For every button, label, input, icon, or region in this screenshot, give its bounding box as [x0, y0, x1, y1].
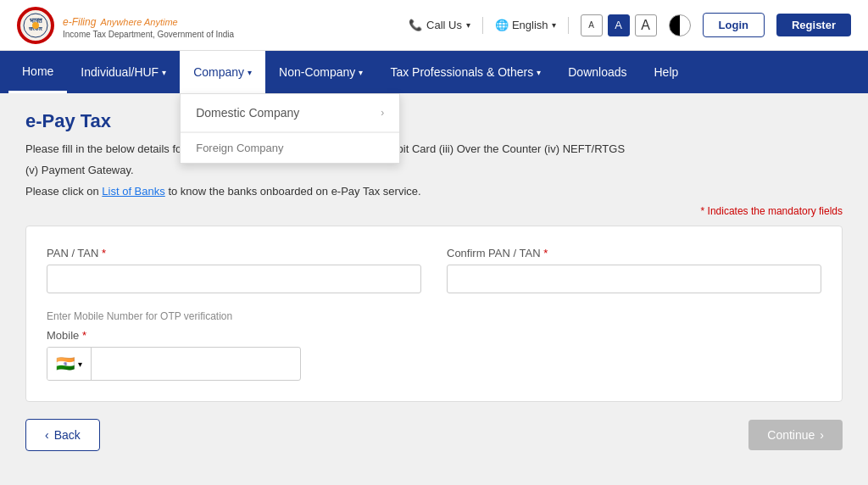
nav-individual-label: Individual/HUF — [81, 65, 159, 79]
tax-professionals-chevron-icon: ▾ — [537, 68, 541, 77]
nav-individual[interactable]: Individual/HUF ▾ — [67, 51, 180, 93]
mandatory-note: * Indicates the mandatory fields — [25, 205, 843, 217]
phone-icon: 📞 — [409, 19, 422, 31]
desc3-end-text: to know the banks onboarded on e-Pay Tax… — [168, 185, 420, 198]
dropdown-foreign-company[interactable]: Foreign Company — [181, 132, 399, 163]
emblem-logo: भारत सरकार — [17, 7, 54, 44]
confirm-pan-required-star: * — [543, 247, 548, 259]
nav-tax-professionals[interactable]: Tax Professionals & Others ▾ — [376, 51, 554, 93]
svg-point-4 — [32, 22, 39, 29]
continue-label: Continue — [767, 428, 815, 442]
list-of-banks-link[interactable]: List of Banks — [102, 185, 164, 198]
mobile-label-text: Mobile — [47, 329, 79, 342]
main-content: e-Pay Tax Please fill in the below detai… — [0, 93, 868, 485]
logo-text: e-Filing Anywhere Anytime Income Tax Dep… — [63, 12, 234, 39]
nav-company[interactable]: Company ▾ Domestic Company › Foreign Com… — [180, 51, 265, 93]
language-selector[interactable]: 🌐 English ▾ — [495, 19, 556, 31]
tagline-label: Anywhere Anytime — [100, 17, 177, 27]
dept-label: Income Tax Department, Government of Ind… — [63, 30, 234, 39]
mobile-label-row: Mobile * — [47, 329, 821, 342]
font-medium-button[interactable]: A — [608, 14, 630, 36]
main-nav: Home Individual/HUF ▾ Company ▾ Domestic… — [0, 51, 868, 93]
divider-2 — [568, 17, 569, 34]
desc2-text: (v) Payment Gateway. — [25, 164, 134, 176]
lang-chevron-icon: ▾ — [552, 20, 556, 30]
nav-non-company[interactable]: Non-Company ▾ — [265, 51, 376, 93]
font-small-button[interactable]: A — [581, 14, 603, 36]
pan-row: PAN / TAN * Confirm PAN / TAN * — [47, 247, 821, 293]
logo-efiling-text: e-Filing Anywhere Anytime — [63, 12, 234, 30]
desc3-text: Please click on — [25, 185, 102, 198]
back-label: Back — [54, 428, 81, 442]
mobile-flag-selector[interactable]: 🇮🇳 ▾ — [47, 348, 92, 380]
nav-non-company-label: Non-Company — [279, 65, 355, 79]
nav-help[interactable]: Help — [641, 51, 693, 93]
nav-home[interactable]: Home — [8, 51, 67, 93]
logo-area: भारत सरकार e-Filing Anywhere Anytime Inc… — [17, 7, 234, 44]
font-controls: A A A — [581, 14, 657, 36]
confirm-pan-input[interactable] — [447, 265, 821, 293]
mobile-required-star: * — [82, 329, 86, 342]
form-footer: ‹ Back Continue › — [25, 419, 843, 451]
pan-required-star: * — [102, 247, 106, 259]
confirm-pan-group: Confirm PAN / TAN * — [447, 247, 821, 293]
login-button[interactable]: Login — [703, 13, 765, 37]
call-us-label: Call Us — [426, 19, 462, 31]
mobile-label: Mobile * — [47, 329, 821, 342]
india-flag-icon: 🇮🇳 — [56, 354, 75, 373]
domestic-company-label: Domestic Company — [196, 106, 299, 120]
pan-input[interactable] — [47, 265, 421, 293]
flag-dropdown-arrow: ▾ — [78, 360, 82, 369]
back-button[interactable]: ‹ Back — [25, 419, 100, 451]
confirm-pan-label-text: Confirm PAN / TAN — [447, 247, 541, 259]
mobile-input-row: 🇮🇳 ▾ — [47, 347, 301, 381]
globe-icon: 🌐 — [495, 19, 509, 31]
divider-1 — [482, 17, 483, 34]
header-controls: 📞 Call Us ▾ 🌐 English ▾ A A A ◑ Login Re… — [409, 13, 851, 37]
lang-label: English — [512, 19, 548, 31]
company-chevron-icon: ▾ — [248, 68, 252, 77]
mobile-input[interactable] — [92, 350, 300, 377]
company-dropdown: Domestic Company › Foreign Company — [180, 93, 400, 164]
description-line3: Please click on List of Banks to know th… — [25, 183, 843, 201]
back-arrow-icon: ‹ — [45, 428, 49, 442]
header: भारत सरकार e-Filing Anywhere Anytime Inc… — [0, 0, 868, 51]
form-card: PAN / TAN * Confirm PAN / TAN * Enter Mo… — [25, 226, 843, 402]
description-line1: Please fill in the below details for tax… — [25, 141, 843, 159]
nav-tax-professionals-label: Tax Professionals & Others — [390, 65, 533, 79]
font-large-button[interactable]: A — [635, 14, 657, 36]
dropdown-domestic-company[interactable]: Domestic Company › — [181, 94, 399, 132]
register-button[interactable]: Register — [776, 14, 851, 36]
confirm-pan-label: Confirm PAN / TAN * — [447, 247, 821, 259]
continue-button[interactable]: Continue › — [748, 420, 843, 450]
description-line2: (v) Payment Gateway. — [25, 162, 843, 180]
individual-chevron-icon: ▾ — [162, 68, 166, 77]
non-company-chevron-icon: ▾ — [359, 68, 363, 77]
efiling-label: e-Filing — [63, 16, 96, 28]
mandatory-note-text: * Indicates the mandatory fields — [701, 205, 843, 217]
foreign-company-label: Foreign Company — [196, 142, 283, 154]
page-title: e-Pay Tax — [25, 110, 843, 132]
contrast-button[interactable]: ◑ — [669, 14, 691, 36]
pan-label-text: PAN / TAN — [47, 247, 98, 259]
pan-label: PAN / TAN * — [47, 247, 421, 259]
call-us-button[interactable]: 📞 Call Us ▾ — [409, 19, 470, 31]
nav-company-label: Company — [193, 65, 244, 79]
pan-group: PAN / TAN * — [47, 247, 421, 293]
domestic-arrow-icon: › — [381, 107, 384, 119]
mobile-hint-text: Enter Mobile Number for OTP verification — [47, 310, 821, 322]
nav-downloads[interactable]: Downloads — [554, 51, 640, 93]
call-chevron-icon: ▾ — [466, 20, 470, 30]
continue-arrow-icon: › — [820, 428, 824, 442]
